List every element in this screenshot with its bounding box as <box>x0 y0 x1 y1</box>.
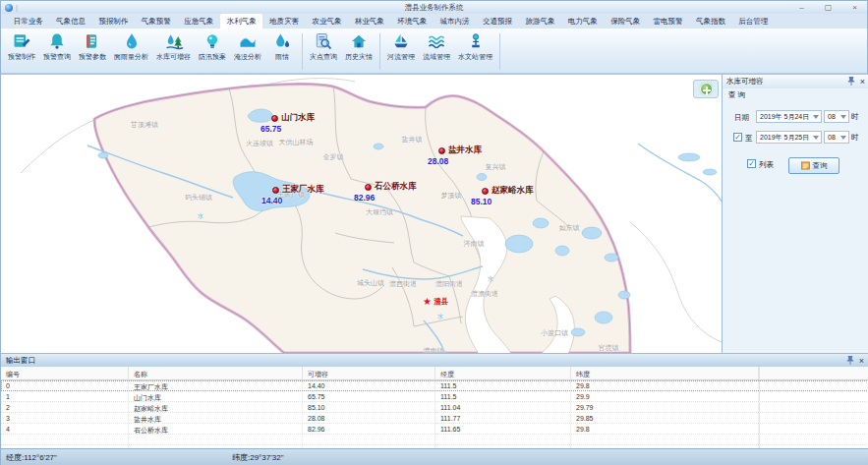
tab-emergency-weather[interactable]: 应急气象 <box>178 14 220 29</box>
hour-from-dropdown[interactable]: 08 <box>824 110 849 123</box>
toolbar-item-disaster-history[interactable]: 历史灾情 <box>341 30 376 73</box>
tab-urban-waterlogging[interactable]: 城市内涝 <box>434 14 476 29</box>
column-header-0[interactable]: 编号 <box>1 367 129 379</box>
table-cell: 王家厂水库 <box>129 380 303 390</box>
output-title: 输出窗口 <box>6 356 846 366</box>
toolbar-item-warning-query[interactable]: 预警查询 <box>39 30 75 73</box>
toolbar-item-reservoir-capacity[interactable]: 水库可增容 <box>152 30 195 73</box>
raindrop-icon <box>122 31 142 51</box>
tab-lightning-warning[interactable]: 雷电预警 <box>647 14 689 29</box>
to-date-checkbox[interactable]: ✓ <box>733 133 742 142</box>
table-header-filler <box>759 367 868 379</box>
hour-to-dropdown[interactable]: 08 <box>824 131 849 144</box>
tab-water-conservancy-weather[interactable]: 水利气象 <box>220 14 262 29</box>
search-document-icon <box>314 31 333 51</box>
tab-backend-management[interactable]: 后台管理 <box>732 14 775 29</box>
table-cell: 111.65 <box>435 424 571 434</box>
date-from-dropdown[interactable]: 2019年 5月24日 <box>756 110 822 123</box>
bulb-icon <box>203 31 222 51</box>
chevron-down-icon <box>813 136 819 140</box>
toolbar-item-warning-params[interactable]: 预警参数 <box>75 30 110 73</box>
reservoir-marker-zhaojiayu[interactable] <box>482 188 489 195</box>
table-cell: 1 <box>1 391 129 401</box>
history-icon <box>349 31 369 51</box>
toolbar-item-river-management[interactable]: 河流管理 <box>383 30 419 73</box>
town-label: 城头山镇 <box>357 278 384 288</box>
column-header-2[interactable]: 可增容 <box>303 367 435 379</box>
tab-weather-warning[interactable]: 气象预警 <box>135 14 177 29</box>
tab-tourism-weather[interactable]: 旅游气象 <box>519 14 561 29</box>
tab-traffic-forecast[interactable]: 交通预报 <box>476 14 518 29</box>
menu-bar: 日常业务气象信息预报制作气象预警应急气象水利气象地质灾害农业气象林业气象环境气象… <box>1 14 867 29</box>
reservoir-marker-yanjing[interactable] <box>438 147 445 154</box>
close-icon[interactable]: × <box>860 77 865 87</box>
toolbar-item-disaster-point-query[interactable]: 灾点查询 <box>306 30 341 73</box>
edit-document-icon <box>12 31 31 51</box>
table-empty-row <box>1 435 868 445</box>
table-cell-empty <box>303 435 435 444</box>
minimize-button[interactable]: – <box>799 1 803 14</box>
title-bar: | 澧县业务制作系统 – ▢ × <box>1 1 867 14</box>
table-row[interactable]: 2赵家峪水库85.10111.0429.79 <box>1 402 868 413</box>
table-header-row: 编号名称可增容经度纬度 <box>1 367 868 380</box>
table-row[interactable]: 3盐井水库28.08111.7729.85 <box>1 413 868 424</box>
town-label: 大堰垱镇 <box>366 207 393 217</box>
close-button[interactable]: × <box>852 1 857 14</box>
tab-insurance-weather[interactable]: 保险气象 <box>604 14 646 29</box>
toolbar-item-inundation-analysis[interactable]: 淹没分析 <box>230 30 265 73</box>
tab-daily-business[interactable]: 日常业务 <box>7 14 49 29</box>
list-checkbox[interactable]: ✓ <box>747 159 756 168</box>
reservoir-marker-shanmen[interactable] <box>271 115 278 122</box>
table-cell: 3 <box>1 413 129 423</box>
tab-electric-power-weather[interactable]: 电力气象 <box>561 14 604 29</box>
tab-weather-info[interactable]: 气象信息 <box>49 14 91 29</box>
date-from-value: 2019年 5月24日 <box>760 113 809 120</box>
query-button[interactable]: 查询 <box>788 157 839 174</box>
table-row[interactable]: 1山门水库65.75111.529.9 <box>1 391 868 402</box>
chevron-down-icon <box>813 115 819 119</box>
toolbar-item-flood-control-plan[interactable]: 防汛预案 <box>195 30 230 73</box>
table-cell: 82.96 <box>303 424 435 434</box>
tab-forestry-weather[interactable]: 林业气象 <box>348 14 390 29</box>
toolbar-item-rain-condition[interactable]: 雨情 <box>265 30 299 73</box>
map-canvas[interactable]: 甘溪滩镇火连坡镇天供山林场金罗镇盐井镇码头铺镇王家厂镇大堰垱镇复兴镇梦溪镇涔南镇… <box>1 74 722 353</box>
reservoir-capacity-value: 82.96 <box>354 193 375 203</box>
maximize-button[interactable]: ▢ <box>825 1 833 14</box>
toolbar-item-areal-rainfall-analysis[interactable]: 面雨量分析 <box>110 30 152 73</box>
map-zoom-button[interactable] <box>693 80 719 98</box>
output-table: 编号名称可增容经度纬度0王家厂水库14.40111.529.81山门水库65.7… <box>1 367 868 456</box>
output-window: 输出窗口 × 编号名称可增容经度纬度0王家厂水库14.40111.529.81山… <box>1 353 868 448</box>
table-row[interactable]: 0王家厂水库14.40111.529.8 <box>1 380 868 391</box>
column-header-4[interactable]: 纬度 <box>571 367 759 379</box>
query-icon <box>801 161 810 170</box>
tab-weather-index[interactable]: 气象指数 <box>689 14 731 29</box>
close-icon[interactable]: × <box>859 356 864 366</box>
town-label: 涔南镇 <box>464 239 485 249</box>
pin-icon[interactable] <box>847 76 855 87</box>
date-to-dropdown[interactable]: 2019年 5月25日 <box>756 131 822 144</box>
table-row[interactable]: 4石公桥水库82.96111.6529.8 <box>1 424 868 435</box>
toolbar-item-basin-management[interactable]: 流域管理 <box>419 30 454 73</box>
chevron-down-icon <box>840 115 846 119</box>
reservoir-marker-wangjiachang[interactable] <box>272 187 279 194</box>
tab-environment-weather[interactable]: 环境气象 <box>391 14 434 29</box>
tab-agriculture-weather[interactable]: 农业气象 <box>306 14 348 29</box>
tab-forecast-production[interactable]: 预报制作 <box>92 14 135 29</box>
chevron-down-icon <box>840 136 846 140</box>
table-cell: 65.75 <box>303 391 435 401</box>
tab-geological-hazard[interactable]: 地质灾害 <box>262 14 305 29</box>
toolbar-item-label: 预警参数 <box>79 52 106 62</box>
toolbar-item-label: 淹没分析 <box>234 52 261 62</box>
table-row-filler <box>759 424 868 434</box>
table-cell: 29.85 <box>571 413 759 423</box>
pin-icon[interactable] <box>846 355 854 367</box>
toolbar-item-warning-production[interactable]: 预警制作 <box>4 30 39 73</box>
table-cell: 29.8 <box>571 380 759 390</box>
status-bar: 经度:112°6'27" 纬度:29°37'32" <box>1 448 868 465</box>
column-header-1[interactable]: 名称 <box>129 367 303 379</box>
reservoir-marker-shigongqiao[interactable] <box>365 184 372 191</box>
query-button-label: 查询 <box>813 161 828 171</box>
reservoir-name: 盐井水库 <box>448 145 482 156</box>
column-header-3[interactable]: 经度 <box>435 367 571 379</box>
toolbar-item-hydrostation-management[interactable]: 水文站管理 <box>454 30 496 73</box>
